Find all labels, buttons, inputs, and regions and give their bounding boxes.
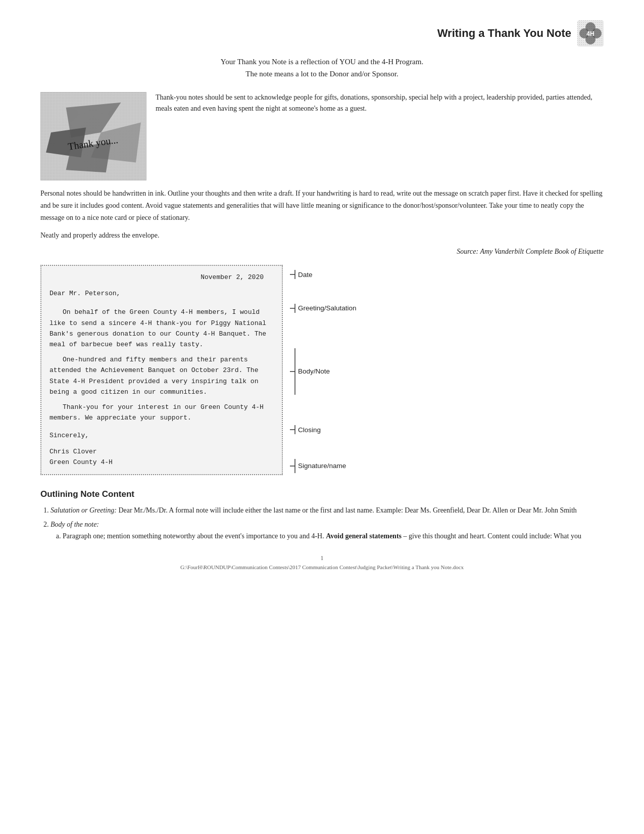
date-label: Date bbox=[298, 271, 313, 279]
letter-sig-org: Green County 4-H bbox=[49, 457, 274, 468]
signature-label-group: Signature/name bbox=[289, 457, 357, 475]
letter-body-p1: On behalf of the Green County 4-H member… bbox=[49, 307, 274, 350]
letter-date-section: November 2, 2020 bbox=[49, 272, 274, 283]
outline-item-2: Body of the note: Paragraph one; mention… bbox=[51, 519, 604, 543]
outline-list: Salutation or Greeting: Dear Mr./Ms./Dr.… bbox=[51, 504, 604, 542]
letter-sig-name: Chris Clover bbox=[49, 446, 274, 457]
intro-section: Thank you... Thank-you notes should be s… bbox=[40, 92, 604, 180]
outline-title: Outlining Note Content bbox=[40, 489, 604, 499]
outline-item1-text: Dear Mr./Ms./Dr. A formal note will incl… bbox=[118, 506, 576, 514]
page-header: Writing a Thank You Note 4H bbox=[40, 20, 604, 47]
svg-rect-7 bbox=[577, 20, 604, 47]
body-bracket-icon bbox=[289, 346, 296, 397]
body-label-group: Body/Note bbox=[289, 346, 357, 397]
letter-body-p3: Thank-you for your interest in our Green… bbox=[49, 402, 274, 424]
letter-closing-section: Sincerely, bbox=[49, 430, 274, 441]
page-number: 1 bbox=[40, 554, 604, 562]
salutation-label-group: Greeting/Salutation bbox=[289, 303, 357, 314]
letter-body-section: On behalf of the Green County 4-H member… bbox=[49, 307, 274, 423]
footer-path: G:\FourH\ROUNDUP\Communication Contests\… bbox=[40, 564, 604, 570]
outline-subitem-a-bold: Avoid general statements bbox=[326, 532, 402, 540]
outline-item-1: Salutation or Greeting: Dear Mr./Ms./Dr.… bbox=[51, 504, 604, 517]
letter-salutation: Dear Mr. Peterson, bbox=[49, 288, 274, 299]
thank-you-image: Thank you... bbox=[40, 92, 146, 180]
outline-sublist: Paragraph one; mention something notewor… bbox=[63, 530, 604, 542]
letter-date: November 2, 2020 bbox=[49, 272, 274, 283]
page-footer: 1 G:\FourH\ROUNDUP\Communication Contest… bbox=[40, 554, 604, 570]
subtitle-line2: The note means a lot to the Donor and/or… bbox=[40, 68, 604, 80]
outline-section: Outlining Note Content Salutation or Gre… bbox=[40, 489, 604, 542]
source-line: Source: Amy Vanderbilt Complete Book of … bbox=[40, 248, 604, 256]
salutation-bracket-icon bbox=[289, 303, 296, 314]
intro-paragraph1: Thank-you notes should be sent to acknow… bbox=[156, 92, 604, 115]
letter-side-labels: Date Greeting/Salutation Body/Note Closi… bbox=[283, 265, 357, 475]
body-label: Body/Note bbox=[298, 367, 330, 375]
subtitle-block: Your Thank you Note is a reflection of Y… bbox=[40, 56, 604, 80]
letter-content-box: November 2, 2020 Dear Mr. Peterson, On b… bbox=[40, 265, 283, 475]
intro-paragraph2: Personal notes should be handwritten in … bbox=[40, 188, 604, 223]
outline-subitem-a-text: Paragraph one; mention something notewor… bbox=[63, 532, 326, 540]
letter-example: November 2, 2020 Dear Mr. Peterson, On b… bbox=[40, 265, 604, 475]
intro-text-block: Thank-you notes should be sent to acknow… bbox=[156, 92, 604, 180]
intro-paragraph3: Neatly and properly address the envelope… bbox=[40, 229, 604, 242]
closing-label: Closing bbox=[298, 426, 321, 434]
4h-logo-icon: 4H bbox=[577, 20, 604, 47]
outline-item1-label: Salutation or Greeting: bbox=[51, 506, 117, 514]
outline-subitem-a: Paragraph one; mention something notewor… bbox=[63, 530, 604, 542]
signature-bracket-icon bbox=[289, 457, 296, 475]
date-label-group: Date bbox=[289, 269, 357, 280]
closing-label-group: Closing bbox=[289, 424, 357, 435]
letter-body-p2: One-hundred and fifty members and their … bbox=[49, 354, 274, 398]
page-title: Writing a Thank You Note bbox=[437, 27, 571, 40]
signature-label: Signature/name bbox=[298, 462, 346, 470]
letter-salutation-section: Dear Mr. Peterson, bbox=[49, 288, 274, 299]
closing-bracket-icon bbox=[289, 424, 296, 435]
salutation-label: Greeting/Salutation bbox=[298, 304, 357, 312]
outline-item2-label: Body of the note: bbox=[51, 521, 99, 528]
date-bracket-icon bbox=[289, 269, 296, 280]
letter-signature-section: Chris Clover Green County 4-H bbox=[49, 446, 274, 468]
outline-subitem-a-rest: – give this thought and heart. Content c… bbox=[402, 532, 581, 540]
subtitle-line1: Your Thank you Note is a reflection of Y… bbox=[40, 56, 604, 68]
letter-closing: Sincerely, bbox=[49, 430, 274, 441]
